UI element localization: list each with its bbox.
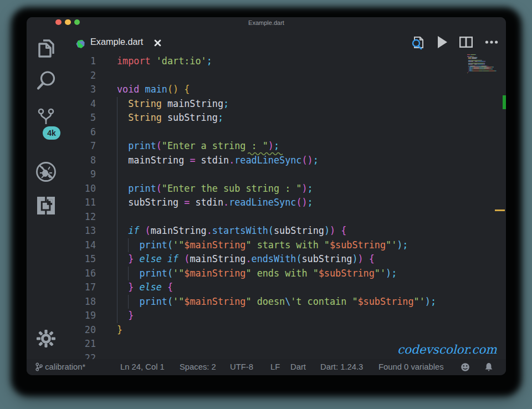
- editor-action-open-search[interactable]: [408, 30, 428, 54]
- code-token: {: [167, 282, 173, 293]
- statusbar-branch[interactable]: calibration*: [35, 359, 85, 375]
- code-token: ): [358, 253, 364, 264]
- tab-bar: Example.dart: [65, 30, 506, 54]
- code-token: [117, 183, 128, 194]
- code-token: [178, 197, 184, 208]
- dart-file-icon: [75, 39, 85, 49]
- statusbar-encoding[interactable]: UTF-8: [230, 359, 253, 375]
- tab-example-dart[interactable]: Example.dart: [65, 30, 169, 54]
- code-token: (: [167, 296, 173, 307]
- code-token: $mainString: [184, 268, 245, 279]
- code-text: print('"$mainString" ends with "$subStri…: [117, 267, 397, 281]
- code-token: 'dart:io': [156, 55, 207, 67]
- code-line-18[interactable]: 18 print('"$mainString" doesn\'t contain…: [65, 295, 506, 309]
- code-line-17[interactable]: 17 } else {: [65, 280, 506, 295]
- code-line-1[interactable]: 1import 'dart:io';: [65, 54, 506, 69]
- code-token: .: [207, 225, 212, 236]
- statusbar-indentation[interactable]: Spaces: 2: [180, 359, 216, 375]
- editor[interactable]: 1import 'dart:io';23void main() {4 Strin…: [65, 54, 506, 359]
- code-token: ): [397, 239, 402, 250]
- code-token: "': [386, 239, 397, 250]
- code-token: [162, 98, 167, 109]
- code-line-13[interactable]: 13 if (mainString.startsWith(subString))…: [65, 224, 506, 238]
- statusbar-variables[interactable]: Found 0 variables: [378, 359, 444, 375]
- code-token: print: [128, 183, 156, 194]
- code-token: (: [268, 225, 274, 236]
- code-token: if: [167, 253, 178, 264]
- code-line-8[interactable]: 8 mainString = stdin.readLineSync();: [65, 154, 506, 168]
- editor-action-split[interactable]: [456, 30, 476, 54]
- activity-item-extensions[interactable]: [27, 193, 65, 218]
- code-line-10[interactable]: 10 print("Enter the sub string : ");: [65, 182, 506, 196]
- editor-action-more[interactable]: [482, 30, 502, 54]
- split-editor-icon: [459, 37, 473, 48]
- code-token: mainString: [151, 225, 207, 236]
- activity-item-explorer[interactable]: [27, 35, 65, 59]
- code-line-3[interactable]: 3void main() {: [65, 83, 506, 97]
- activity-item-debug[interactable]: [27, 160, 65, 184]
- minimap[interactable]: [467, 54, 505, 79]
- code-token: {: [341, 225, 346, 236]
- ellipsis-icon: [485, 40, 498, 44]
- code-line-19[interactable]: 19 }: [65, 309, 506, 323]
- code-token: import: [117, 55, 151, 67]
- code-line-20[interactable]: 20}: [65, 323, 506, 338]
- statusbar-cursor-position[interactable]: Ln 24, Col 1: [120, 359, 165, 375]
- code-token: [117, 140, 128, 151]
- line-number: 22: [65, 351, 96, 360]
- code-line-4[interactable]: 4 String mainString;: [65, 97, 506, 111]
- code-token: else: [139, 282, 161, 293]
- code-token: [162, 253, 167, 264]
- code-token: {: [369, 253, 375, 264]
- code-text: print("Enter the sub string : ");: [117, 182, 313, 196]
- code-text: } else {: [117, 280, 173, 295]
- code-line-11[interactable]: 11 subString = stdin.readLineSync();: [65, 196, 506, 210]
- code-token: ;: [313, 155, 319, 166]
- line-number: 4: [65, 97, 96, 111]
- code-token: ): [268, 140, 274, 151]
- code-token: ;: [223, 98, 229, 109]
- code-text: mainString = stdin.readLineSync();: [117, 154, 319, 168]
- line-number: 16: [65, 267, 96, 281]
- code-token: void: [117, 84, 139, 95]
- code-token: (: [184, 253, 190, 264]
- editor-action-run[interactable]: [432, 30, 452, 54]
- code-line-5[interactable]: 5 String subString;: [65, 111, 506, 125]
- code-token: String: [128, 112, 162, 123]
- activity-item-search[interactable]: [27, 69, 65, 93]
- code-line-15[interactable]: 15 } else if (mainString.endsWith(subStr…: [65, 252, 506, 267]
- tab-close-icon[interactable]: [154, 39, 161, 47]
- code-token: $mainString: [184, 239, 245, 250]
- scm-badge: 4k: [43, 126, 60, 140]
- code-text: String subString;: [117, 111, 223, 125]
- code-token: [178, 253, 184, 264]
- statusbar-eol[interactable]: LF: [270, 359, 280, 375]
- code-line-12[interactable]: 12: [65, 210, 506, 224]
- code-line-16[interactable]: 16 print('"$mainString" ends with "$subS…: [65, 267, 506, 281]
- titlebar: Example.dart: [27, 17, 506, 30]
- code-text: }: [117, 309, 134, 323]
- code-token: [117, 253, 128, 264]
- code-line-2[interactable]: 2: [65, 69, 506, 83]
- statusbar-sdk-version[interactable]: Dart: 1.24.3: [320, 359, 363, 375]
- code-line-6[interactable]: 6: [65, 125, 506, 140]
- code-token: ): [324, 225, 330, 236]
- code-token: "': [375, 268, 386, 279]
- code-line-9[interactable]: 9: [65, 167, 506, 182]
- extensions-icon: [37, 197, 55, 214]
- code-line-7[interactable]: 7 print("Enter a string : ");: [65, 139, 506, 154]
- line-number: 20: [65, 323, 96, 338]
- line-number: 9: [65, 167, 96, 182]
- statusbar-notifications[interactable]: [484, 362, 493, 375]
- code-token: ): [301, 183, 307, 194]
- activity-item-settings[interactable]: [27, 326, 65, 351]
- code-token: [139, 225, 145, 236]
- statusbar-language[interactable]: Dart: [290, 359, 306, 375]
- code-line-14[interactable]: 14 print('"$mainString" starts with "$su…: [65, 238, 506, 253]
- code-token: main: [145, 84, 167, 95]
- code-token: ;: [431, 296, 436, 307]
- screenshot-root: { "titlebar": { "title": "Example.dart",…: [0, 0, 532, 409]
- line-number: 14: [65, 238, 96, 253]
- statusbar-feedback[interactable]: [461, 362, 470, 375]
- code-token: [117, 282, 128, 293]
